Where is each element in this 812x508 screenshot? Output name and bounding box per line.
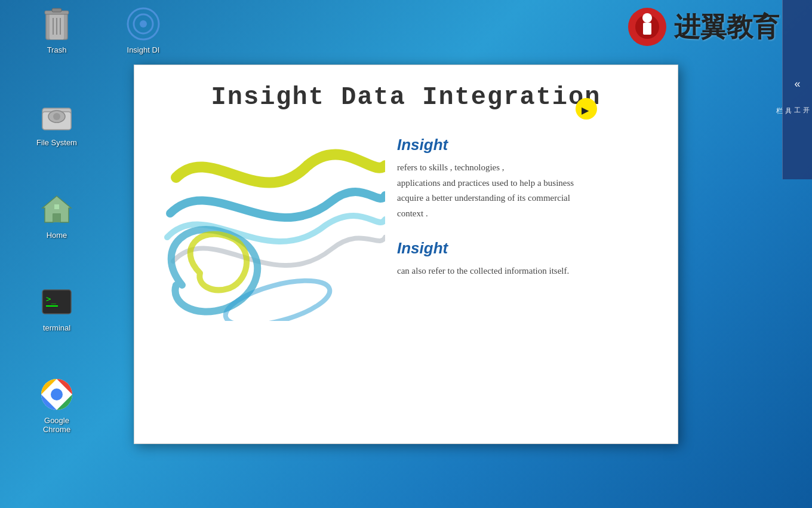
terminal-icon: >_ [38,283,76,321]
definition-1-text: refers to skills , technologies ,applica… [397,160,648,221]
home-label: Home [47,231,67,240]
svg-point-9 [140,20,147,27]
toolbar-label: 展 开 工 具 栏 [773,97,812,107]
trash-icon-item[interactable]: Trash [27,0,87,59]
svg-rect-3 [52,8,61,12]
svg-point-22 [51,388,63,400]
insight-di-icon [124,5,162,43]
desktop: Trash Insight DI File System [0,0,812,508]
definition-1: Insight refers to skills , technologies … [397,136,648,221]
trash-label: Trash [47,45,67,54]
google-chrome-icon [38,375,76,414]
top-right-logo: 进翼教育 [626,6,779,48]
slide-content: Insight Data Integration [134,65,678,443]
right-panel-toolbar: « 展 开 工 具 栏 [782,0,812,179]
file-system-icon [38,97,76,136]
insight-di-icon-item[interactable]: Insight DI [113,0,173,59]
swirl-decoration [164,130,385,321]
definitions-area: Insight refers to skills , technologies … [397,130,648,297]
definition-2: Insight can also refer to the collected … [397,239,648,279]
definition-2-title: Insight [397,239,648,258]
file-system-label: File System [36,138,77,147]
home-icon [38,190,76,228]
cursor-indicator: ▶ [576,98,597,120]
google-chrome-icon-item[interactable]: Google Chrome [27,371,87,439]
presentation-window: ▶ Insight Data Integration [134,65,678,444]
file-system-icon-item[interactable]: File System [27,93,87,152]
svg-rect-28 [643,23,651,35]
slide-body: Insight refers to skills , technologies … [164,130,648,426]
google-chrome-label: Google Chrome [43,416,70,434]
expand-toolbar-button[interactable]: « [789,73,805,95]
svg-rect-15 [53,214,60,222]
svg-point-27 [642,13,652,23]
svg-rect-16 [54,204,59,209]
insight-di-label: Insight DI [127,45,160,54]
definition-1-title: Insight [397,136,648,154]
terminal-label: terminal [43,323,70,332]
svg-point-13 [53,113,60,120]
terminal-icon-item[interactable]: >_ terminal [27,278,87,337]
definition-2-text: can also refer to the collected informat… [397,264,648,279]
logo-text: 进翼教育 [674,10,779,45]
home-icon-item[interactable]: Home [27,185,87,244]
svg-text:>_: >_ [46,294,56,304]
trash-icon [38,5,76,43]
